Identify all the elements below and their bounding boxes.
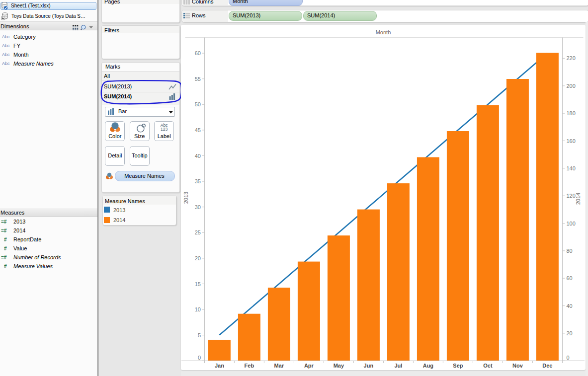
svg-text:Month: Month bbox=[376, 29, 391, 35]
svg-text:Apr: Apr bbox=[304, 363, 314, 369]
svg-text:0: 0 bbox=[198, 355, 201, 361]
svg-text:50: 50 bbox=[195, 101, 201, 107]
svg-text:May: May bbox=[334, 363, 344, 369]
svg-text:140: 140 bbox=[567, 165, 576, 171]
svg-text:Sep: Sep bbox=[453, 363, 463, 369]
svg-text:Dec: Dec bbox=[542, 363, 552, 369]
svg-text:55: 55 bbox=[195, 76, 201, 82]
svg-text:Oct: Oct bbox=[483, 363, 493, 369]
svg-text:35: 35 bbox=[195, 178, 201, 184]
svg-text:40: 40 bbox=[567, 303, 573, 309]
svg-text:45: 45 bbox=[195, 127, 201, 133]
svg-text:Nov: Nov bbox=[512, 363, 523, 369]
svg-text:2013: 2013 bbox=[183, 192, 189, 204]
svg-text:Aug: Aug bbox=[423, 363, 433, 369]
svg-text:2014: 2014 bbox=[575, 193, 581, 205]
svg-text:Mar: Mar bbox=[274, 363, 284, 369]
svg-text:Jun: Jun bbox=[364, 363, 374, 369]
svg-text:100: 100 bbox=[567, 221, 576, 226]
svg-text:25: 25 bbox=[195, 229, 201, 235]
svg-text:60: 60 bbox=[567, 275, 573, 281]
svg-text:160: 160 bbox=[567, 138, 576, 144]
svg-text:20: 20 bbox=[195, 255, 201, 261]
svg-text:180: 180 bbox=[567, 110, 576, 116]
svg-text:40: 40 bbox=[195, 153, 201, 159]
svg-text:60: 60 bbox=[195, 50, 201, 56]
svg-text:20: 20 bbox=[567, 330, 573, 336]
svg-text:Jul: Jul bbox=[394, 363, 402, 369]
svg-text:Jan: Jan bbox=[215, 363, 224, 369]
svg-text:5: 5 bbox=[198, 332, 201, 338]
svg-text:0: 0 bbox=[567, 355, 570, 361]
svg-text:30: 30 bbox=[195, 204, 201, 210]
svg-text:120: 120 bbox=[567, 193, 576, 199]
svg-text:200: 200 bbox=[567, 83, 576, 89]
svg-text:220: 220 bbox=[567, 55, 576, 61]
svg-text:10: 10 bbox=[195, 306, 201, 312]
svg-text:Feb: Feb bbox=[245, 363, 254, 369]
svg-text:15: 15 bbox=[195, 281, 201, 287]
svg-text:80: 80 bbox=[567, 248, 573, 254]
